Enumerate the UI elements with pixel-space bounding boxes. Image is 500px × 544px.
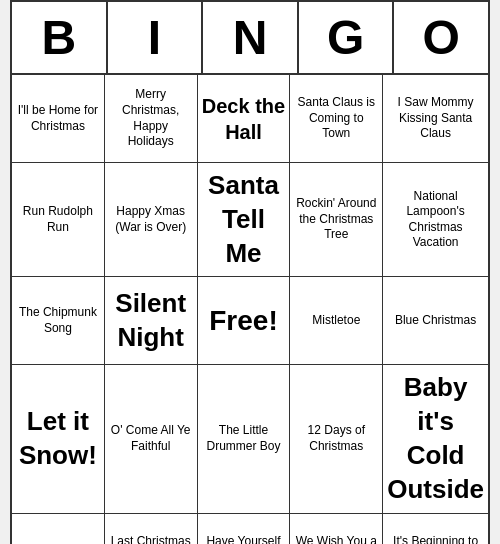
bingo-cell-5[interactable]: Run Rudolph Run <box>12 163 105 277</box>
bingo-cell-10[interactable]: The Chipmunk Song <box>12 277 105 365</box>
bingo-cell-22[interactable]: Have Yourself a Merry Little Christmas <box>198 514 291 544</box>
bingo-cell-18[interactable]: 12 Days of Christmas <box>290 365 383 513</box>
bingo-grid: I'll be Home for ChristmasMerry Christma… <box>12 75 488 544</box>
bingo-cell-6[interactable]: Happy Xmas (War is Over) <box>105 163 198 277</box>
bingo-cell-7[interactable]: Santa Tell Me <box>198 163 291 277</box>
bingo-cell-12[interactable]: Free! <box>198 277 291 365</box>
header-letter-g: G <box>299 2 395 73</box>
bingo-cell-9[interactable]: National Lampoon's Christmas Vacation <box>383 163 488 277</box>
header-letter-b: B <box>12 2 108 73</box>
bingo-cell-17[interactable]: The Little Drummer Boy <box>198 365 291 513</box>
bingo-header: BINGO <box>12 2 488 75</box>
bingo-cell-16[interactable]: O' Come All Ye Faithful <box>105 365 198 513</box>
bingo-cell-11[interactable]: Silent Night <box>105 277 198 365</box>
bingo-cell-20[interactable]: White Christmas <box>12 514 105 544</box>
bingo-cell-4[interactable]: I Saw Mommy Kissing Santa Claus <box>383 75 488 163</box>
header-letter-o: O <box>394 2 488 73</box>
bingo-cell-24[interactable]: It's Beginning to Look a Lot Like Christ… <box>383 514 488 544</box>
bingo-cell-0[interactable]: I'll be Home for Christmas <box>12 75 105 163</box>
header-letter-i: I <box>108 2 204 73</box>
header-letter-n: N <box>203 2 299 73</box>
bingo-cell-21[interactable]: Last Christmas (Taylor Swift Version) <box>105 514 198 544</box>
bingo-cell-8[interactable]: Rockin' Around the Christmas Tree <box>290 163 383 277</box>
bingo-cell-1[interactable]: Merry Christmas, Happy Holidays <box>105 75 198 163</box>
bingo-cell-15[interactable]: Let it Snow! <box>12 365 105 513</box>
bingo-cell-19[interactable]: Baby it's Cold Outside <box>383 365 488 513</box>
bingo-card: BINGO I'll be Home for ChristmasMerry Ch… <box>10 0 490 544</box>
bingo-cell-13[interactable]: Mistletoe <box>290 277 383 365</box>
bingo-cell-23[interactable]: We Wish You a Merry Christmas <box>290 514 383 544</box>
bingo-cell-14[interactable]: Blue Christmas <box>383 277 488 365</box>
bingo-cell-2[interactable]: Deck the Hall <box>198 75 291 163</box>
bingo-cell-3[interactable]: Santa Claus is Coming to Town <box>290 75 383 163</box>
